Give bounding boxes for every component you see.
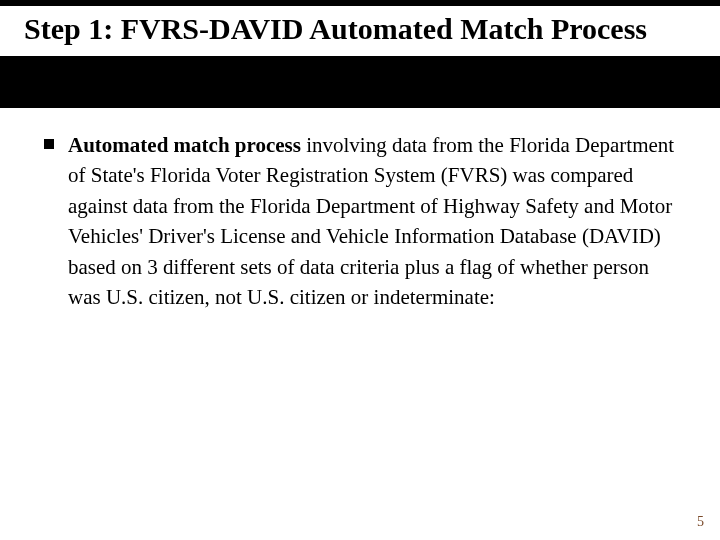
bullet-text: Automated match process involving data f… <box>68 130 676 313</box>
title-inner: Step 1: FVRS-DAVID Automated Match Proce… <box>0 6 720 56</box>
bullet-marker-icon <box>44 139 54 149</box>
bullet-lead: Automated match process <box>68 133 301 157</box>
bullet-item: Automated match process involving data f… <box>44 130 676 313</box>
page-number: 5 <box>697 514 704 530</box>
content-area: Automated match process involving data f… <box>0 108 720 313</box>
bullet-rest: involving data from the Florida Departme… <box>68 133 674 309</box>
slide-title: Step 1: FVRS-DAVID Automated Match Proce… <box>24 10 696 48</box>
title-band: Step 1: FVRS-DAVID Automated Match Proce… <box>0 0 720 108</box>
